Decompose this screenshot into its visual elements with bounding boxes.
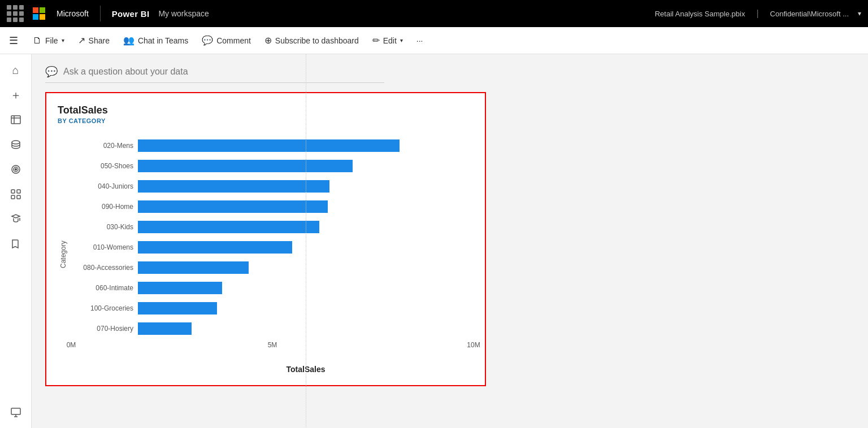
bar-row: 040-Juniors [71, 176, 474, 196]
chart-card: TotalSales BY CATEGORY Category 020-Mens… [45, 92, 486, 386]
bar-label: 010-Womens [71, 243, 133, 251]
topbar-divider [100, 6, 101, 21]
svg-rect-0 [33, 7, 38, 13]
bar-label: 090-Home [71, 203, 133, 211]
sidebar-item-learn[interactable] [5, 208, 27, 230]
x-tick: 0M [67, 341, 76, 349]
bar-fill [138, 180, 329, 193]
chart-subtitle: BY CATEGORY [58, 117, 474, 124]
svg-point-10 [15, 169, 16, 171]
sidebar-item-monitor[interactable] [5, 401, 27, 423]
bar-fill [138, 139, 400, 152]
microsoft-label: Microsoft [57, 9, 89, 18]
bar-label: 040-Juniors [71, 182, 133, 190]
bar-fill [138, 241, 292, 254]
bar-row: 080-Accessories [71, 257, 474, 278]
bar-row: 030-Kids [71, 217, 474, 237]
bar-fill [138, 160, 353, 172]
sidebar-item-goals[interactable] [5, 158, 27, 181]
bar-row: 070-Hosiery [71, 318, 474, 339]
edit-icon: ✏ [372, 35, 380, 46]
subscribe-button[interactable]: ⊕ Subscribe to dashboard [259, 33, 364, 48]
more-button[interactable]: ··· [411, 34, 429, 47]
qa-input[interactable] [63, 67, 289, 77]
bar-label: 020-Mens [71, 142, 133, 150]
svg-rect-15 [11, 408, 20, 414]
topbar-chevron[interactable]: ▾ [858, 10, 861, 18]
workspace-name: My workspace [158, 9, 209, 18]
comment-label: Comment [216, 36, 251, 45]
bar-fill [138, 200, 328, 213]
svg-rect-4 [11, 116, 20, 124]
y-axis-label: Category [58, 136, 69, 374]
svg-rect-1 [40, 7, 45, 13]
edit-chevron-icon: ▾ [400, 37, 403, 43]
bar-fill [138, 221, 319, 233]
file-label: File [45, 36, 58, 45]
comment-icon: 💬 [202, 35, 213, 46]
x-tick: 5M [268, 341, 277, 349]
bar-fill [138, 282, 222, 294]
svg-point-7 [12, 141, 20, 144]
bar-row: 020-Mens [71, 136, 474, 156]
sidebar-item-browse[interactable] [5, 108, 27, 131]
filename: Retail Analysis Sample.pbix [655, 10, 745, 18]
file-icon: 🗋 [33, 36, 42, 46]
qa-bar[interactable]: 💬 [45, 65, 384, 83]
svg-rect-2 [33, 14, 38, 20]
more-label: ··· [416, 36, 423, 45]
bar-label: 100-Groceries [71, 304, 133, 312]
x-tick: 10M [467, 341, 480, 349]
main-content: 💬 TotalSales BY CATEGORY Category 020-Me… [32, 54, 868, 428]
layout: ⌂ ＋ [0, 54, 868, 428]
chart-title: TotalSales [58, 104, 474, 116]
share-icon: ↗ [78, 35, 85, 46]
x-axis: 0M5M10M [71, 341, 474, 355]
svg-rect-13 [11, 195, 15, 199]
svg-rect-11 [11, 190, 15, 193]
app-grid-icon[interactable] [7, 5, 24, 22]
edit-label: Edit [383, 36, 397, 45]
bars-container: 020-Mens050-Shoes040-Juniors090-Home030-… [71, 136, 474, 339]
share-label: Share [89, 36, 110, 45]
bar-label: 080-Accessories [71, 264, 133, 272]
comment-button[interactable]: 💬 Comment [196, 33, 257, 48]
product-name: Power BI [112, 9, 150, 19]
bar-label: 050-Shoes [71, 162, 133, 170]
bar-row: 090-Home [71, 196, 474, 217]
bar-row: 010-Womens [71, 237, 474, 257]
subscribe-label: Subscribe to dashboard [275, 36, 359, 45]
file-chevron-icon: ▾ [62, 37, 64, 43]
ribbon: ☰ 🗋 File ▾ ↗ Share 👥 Chat in Teams 💬 Com… [0, 27, 868, 54]
file-button[interactable]: 🗋 File ▾ [27, 33, 70, 48]
bar-label: 030-Kids [71, 223, 133, 231]
sidebar-item-data[interactable] [5, 133, 27, 156]
topbar: Microsoft Power BI My workspace Retail A… [0, 0, 868, 27]
bar-fill [138, 261, 249, 274]
chat-in-teams-label: Chat in Teams [138, 36, 188, 45]
sidebar-item-home[interactable]: ⌂ [5, 59, 27, 81]
edit-button[interactable]: ✏ Edit ▾ [367, 33, 409, 48]
bar-row: 060-Intimate [71, 278, 474, 298]
subscribe-icon: ⊕ [264, 35, 272, 46]
share-button[interactable]: ↗ Share [72, 33, 115, 48]
confidential-label: Confidential\Microsoft ... [770, 10, 849, 18]
bar-fill [138, 322, 192, 335]
sidebar: ⌂ ＋ [0, 54, 32, 428]
bar-track [138, 322, 474, 335]
bar-label: 060-Intimate [71, 284, 133, 292]
microsoft-logo [33, 7, 45, 20]
chart-area: Category 020-Mens050-Shoes040-Juniors090… [58, 136, 474, 374]
sidebar-item-book[interactable] [5, 233, 27, 255]
filename-sep: | [756, 8, 758, 19]
sidebar-item-apps[interactable] [5, 183, 27, 206]
svg-rect-14 [17, 195, 20, 199]
sidebar-item-create[interactable]: ＋ [5, 84, 27, 106]
chat-in-teams-button[interactable]: 👥 Chat in Teams [118, 33, 194, 48]
svg-rect-12 [17, 190, 20, 193]
menu-hamburger-icon[interactable]: ☰ [9, 34, 18, 47]
teams-icon: 👥 [123, 35, 134, 46]
chart-inner: 020-Mens050-Shoes040-Juniors090-Home030-… [71, 136, 474, 374]
svg-rect-3 [40, 14, 45, 20]
bar-row: 050-Shoes [71, 156, 474, 176]
